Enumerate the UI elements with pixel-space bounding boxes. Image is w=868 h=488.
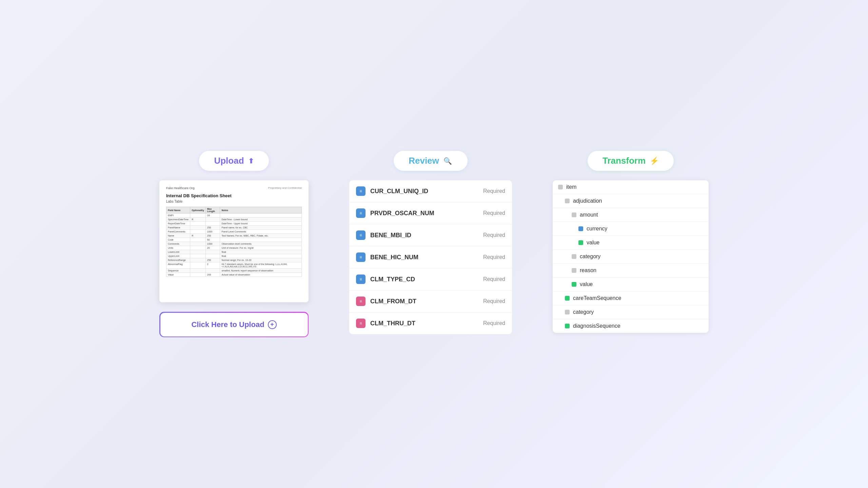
field-required-label: Required <box>483 276 505 282</box>
tree-item[interactable]: category <box>553 305 709 319</box>
table-cell: Normal range; For ex. 10-20 <box>220 258 302 262</box>
review-item[interactable]: ≡PRVDR_OSCAR_NUMRequired <box>349 202 512 224</box>
table-cell <box>205 218 220 222</box>
tree-item[interactable]: currency <box>553 222 709 236</box>
tree-item[interactable]: amount <box>553 208 709 222</box>
table-cell: HL7 standard values. Must be one of the … <box>220 262 302 269</box>
table-cell: smallInt; Numeric report sequence of obs… <box>220 269 302 273</box>
field-name: CLM_THRU_DT <box>370 320 415 327</box>
table-cell: 1000 <box>205 230 220 234</box>
review-item[interactable]: ≡BENE_HIC_NUMRequired <box>349 246 512 268</box>
upload-cta-button[interactable]: Click Here to Upload + <box>160 313 308 337</box>
plus-icon: + <box>268 320 277 329</box>
table-row: LowerLimitfloat <box>166 250 302 254</box>
table-cell: SpecimenDateTime <box>166 218 190 222</box>
table-cell: 18 <box>205 214 220 218</box>
field-icon-blue: ≡ <box>356 230 366 240</box>
tree-item[interactable]: careTeamSequence <box>553 291 709 305</box>
table-row: SpecimenDateTimeRDateTime - Lower bound <box>166 218 302 222</box>
review-item[interactable]: ≡BENE_MBI_IDRequired <box>349 224 512 246</box>
table-cell <box>190 222 206 226</box>
tree-item[interactable]: diagnosisSequence <box>553 319 709 333</box>
tree-label: adjudication <box>573 198 602 204</box>
table-cell <box>190 254 206 258</box>
col-notes: Notes <box>220 207 302 214</box>
tree-label: item <box>566 184 576 190</box>
review-button[interactable]: Review 🔍 <box>394 151 468 171</box>
tree-label: category <box>580 253 600 260</box>
field-icon-blue: ≡ <box>356 208 366 218</box>
table-cell: ReferenceRange <box>166 258 190 262</box>
table-cell: DateTime - Upper bound <box>220 222 302 226</box>
tree-item[interactable]: value <box>553 236 709 250</box>
field-required-label: Required <box>483 188 505 194</box>
tree-label: amount <box>580 212 598 218</box>
tree-dot-blue <box>578 226 583 231</box>
table-cell <box>190 242 206 246</box>
col-optionality: Optionality <box>190 207 206 214</box>
upload-button[interactable]: Upload ⬆ <box>199 151 269 171</box>
field-name: PRVDR_OSCAR_NUM <box>370 210 434 217</box>
table-cell: 2 <box>205 262 220 269</box>
tree-label: category <box>573 309 594 315</box>
tree-item[interactable]: adjudication <box>553 194 709 208</box>
review-item[interactable]: ≡CLM_TYPE_CDRequired <box>349 268 512 290</box>
field-icon-pink: ≡ <box>356 319 366 328</box>
tree-label: reason <box>580 267 596 273</box>
table-cell <box>190 226 206 230</box>
table-cell <box>190 250 206 254</box>
table-cell: R <box>190 234 206 238</box>
tree-dot-green <box>565 324 570 328</box>
upload-cta-wrapper[interactable]: Click Here to Upload + <box>159 312 309 337</box>
table-cell: 250 <box>205 226 220 230</box>
field-required-label: Required <box>483 298 505 304</box>
field-required-label: Required <box>483 210 505 216</box>
transform-button[interactable]: Transform ⚡ <box>588 151 674 171</box>
table-cell: 20 <box>205 246 220 250</box>
table-cell <box>190 238 206 242</box>
table-row: Units20Unit of measure. For ex. mg/dl <box>166 246 302 250</box>
table-cell <box>190 258 206 262</box>
transform-tree: itemadjudicationamountcurrencyvaluecateg… <box>553 180 709 333</box>
tree-label: value <box>580 281 593 287</box>
tree-dot-gray <box>565 199 570 203</box>
field-name: CLM_FROM_DT <box>370 298 416 305</box>
tree-dot-gray <box>572 268 576 273</box>
review-list: ≡CUR_CLM_UNIQ_IDRequired≡PRVDR_OSCAR_NUM… <box>349 180 512 334</box>
tree-item[interactable]: category <box>553 250 709 264</box>
doc-confidential: Proprietary and Confidential <box>268 186 302 190</box>
table-cell: AbnormalFlag <box>166 262 190 269</box>
table-cell <box>220 214 302 218</box>
review-item[interactable]: ≡CUR_CLM_UNIQ_IDRequired <box>349 180 512 202</box>
table-cell: float <box>220 254 302 258</box>
table-row: PanelName250Panel name; for ex. CBC <box>166 226 302 230</box>
field-required-label: Required <box>483 320 505 326</box>
tree-item[interactable]: item <box>553 180 709 194</box>
table-row: EMPI18 <box>166 214 302 218</box>
table-cell: EMPI <box>166 214 190 218</box>
table-cell: Test Names; For ex. WBC, RBC, Folate, et… <box>220 234 302 238</box>
table-cell: Actual value of observation <box>220 273 302 277</box>
field-icon-blue: ≡ <box>356 274 366 284</box>
tree-item[interactable]: value <box>553 278 709 291</box>
tree-label: value <box>587 240 599 246</box>
review-item[interactable]: ≡CLM_THRU_DTRequired <box>349 312 512 334</box>
search-icon: 🔍 <box>443 156 453 166</box>
tree-dot-green <box>578 240 583 245</box>
table-row: ReportDateTimeDateTime - Upper bound <box>166 222 302 226</box>
table-cell: 250 <box>205 258 220 262</box>
table-cell: PanelName <box>166 226 190 230</box>
tree-item[interactable]: reason <box>553 264 709 278</box>
tree-dot-gray <box>572 212 576 217</box>
table-cell <box>205 250 220 254</box>
tree-dot-green <box>572 282 576 287</box>
tree-dot-gray <box>565 310 570 314</box>
review-item[interactable]: ≡CLM_FROM_DTRequired <box>349 290 512 312</box>
table-row: AbnormalFlag2HL7 standard values. Must b… <box>166 262 302 269</box>
table-cell <box>205 269 220 273</box>
table-cell: 250 <box>205 234 220 238</box>
tree-dot-green <box>565 296 570 301</box>
tree-label: currency <box>587 226 607 232</box>
table-cell: 50 <box>205 238 220 242</box>
document-preview: Fake Healthcare Org Proprietary and Conf… <box>159 180 309 302</box>
